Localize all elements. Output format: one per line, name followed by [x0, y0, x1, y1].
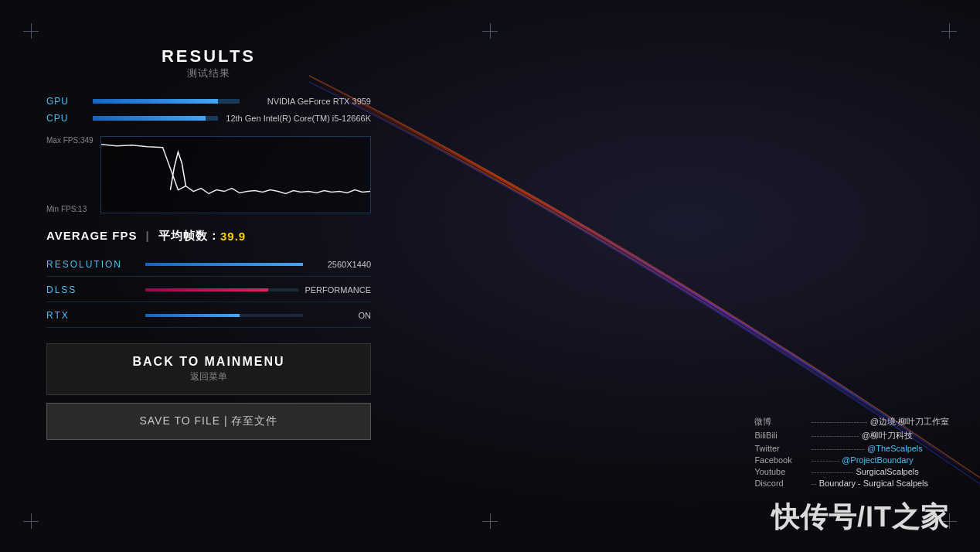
facebook-platform: Facebook — [754, 455, 808, 465]
back-to-mainmenu-button[interactable]: BACK TO MAINMENU 返回菜单 — [46, 343, 371, 395]
results-panel: RESULTS 测试结果 GPU NVIDIA GeForce RTX 3959… — [46, 46, 371, 440]
social-bilibili: BiliBili ----------------- @柳叶刀科技 — [754, 430, 949, 441]
discord-divider: -- — [811, 479, 816, 488]
fps-graph-svg — [101, 137, 370, 213]
rtx-bar-fill — [145, 314, 240, 317]
graph-labels: Max FPS:349 Min FPS:13 — [46, 136, 94, 213]
social-facebook: Facebook ---------- @ProjectBoundary — [754, 455, 949, 465]
dlss-bar — [145, 288, 298, 291]
social-discord: Discord -- Boundary - Surgical Scalpels — [754, 479, 949, 488]
dlss-value: PERFORMANCE — [305, 285, 371, 295]
fps-graph-section: Max FPS:349 Min FPS:13 — [46, 136, 371, 213]
crosshair-top-left — [23, 23, 39, 39]
resolution-bar — [145, 263, 303, 266]
dlss-label: DLSS — [46, 285, 139, 295]
social-panel: 微博 -------------------- @边境·柳叶刀工作室 BiliB… — [754, 416, 949, 490]
crosshair-bottom-left — [23, 513, 39, 529]
fps-graph-container — [100, 136, 371, 213]
cpu-value: 12th Gen Intel(R) Core(TM) i5-12666K — [226, 114, 371, 123]
gpu-value: NVIDIA GeForce RTX 3959 — [247, 97, 371, 106]
bilibili-handle: @柳叶刀科技 — [862, 431, 913, 440]
max-fps-label: Max FPS:349 — [46, 136, 94, 145]
resolution-value: 2560X1440 — [309, 260, 371, 269]
weibo-handle: @边境·柳叶刀工作室 — [870, 417, 949, 426]
avg-fps-row: AVERAGE FPS | 平均帧数： 39.9 — [46, 229, 371, 244]
save-to-file-button[interactable]: SAVE TO FILE | 存至文件 — [46, 403, 371, 440]
social-twitter: Twitter ------------------- @TheScalpels — [754, 444, 949, 453]
social-weibo: 微博 -------------------- @边境·柳叶刀工作室 — [754, 416, 949, 428]
twitter-platform: Twitter — [754, 444, 808, 453]
gpu-label: GPU — [46, 96, 85, 107]
facebook-handle: @ProjectBoundary — [842, 455, 914, 465]
bilibili-divider: ----------------- — [811, 431, 859, 440]
crosshair-bottom-mid — [482, 513, 498, 529]
twitter-handle: @TheScalpels — [867, 444, 923, 453]
btn-save-text: SAVE TO FILE | 存至文件 — [139, 414, 277, 428]
dlss-bar-fill — [145, 288, 268, 291]
gpu-row: GPU NVIDIA GeForce RTX 3959 — [46, 96, 371, 107]
avg-fps-label: AVERAGE FPS | 平均帧数： — [46, 229, 220, 244]
cpu-row: CPU 12th Gen Intel(R) Core(TM) i5-12666K — [46, 113, 371, 124]
resolution-label: RESOLUTION — [46, 259, 139, 270]
results-title-main: RESULTS — [46, 46, 371, 66]
rtx-bar — [145, 314, 303, 317]
facebook-divider: ---------- — [811, 455, 839, 465]
btn-back-main-text: BACK TO MAINMENU — [132, 355, 284, 369]
discord-platform: Discord — [754, 479, 808, 488]
resolution-row: RESOLUTION 2560X1440 — [46, 259, 371, 277]
rtx-value: ON — [309, 311, 371, 320]
youtube-handle: SurgicalScalpels — [856, 467, 918, 476]
watermark: 快传号/IT之家 — [771, 499, 949, 537]
weibo-platform: 微博 — [754, 416, 808, 428]
results-title-sub: 测试结果 — [46, 66, 371, 80]
crosshair-top-mid — [482, 23, 498, 39]
min-fps-label: Min FPS:13 — [46, 205, 94, 213]
gpu-bar — [93, 99, 240, 104]
resolution-bar-fill — [145, 263, 303, 266]
rtx-label: RTX — [46, 310, 139, 321]
results-title: RESULTS 测试结果 — [46, 46, 371, 80]
cpu-bar — [93, 116, 218, 121]
btn-back-sub-text: 返回菜单 — [190, 370, 227, 383]
social-youtube: Youtube --------------- SurgicalScalpels — [754, 467, 949, 476]
crosshair-top-right — [941, 23, 957, 39]
youtube-divider: --------------- — [811, 467, 853, 476]
discord-handle: Boundary - Surgical Scalpels — [819, 479, 928, 488]
dlss-row: DLSS PERFORMANCE — [46, 285, 371, 302]
twitter-divider: ------------------- — [811, 444, 865, 453]
avg-fps-value: 39.9 — [220, 230, 246, 243]
rtx-row: RTX ON — [46, 310, 371, 328]
weibo-divider: -------------------- — [811, 417, 867, 426]
bilibili-platform: BiliBili — [754, 431, 808, 440]
cpu-bar-fill — [93, 116, 206, 121]
gpu-bar-fill — [93, 99, 218, 104]
youtube-platform: Youtube — [754, 467, 808, 476]
cpu-label: CPU — [46, 113, 85, 124]
